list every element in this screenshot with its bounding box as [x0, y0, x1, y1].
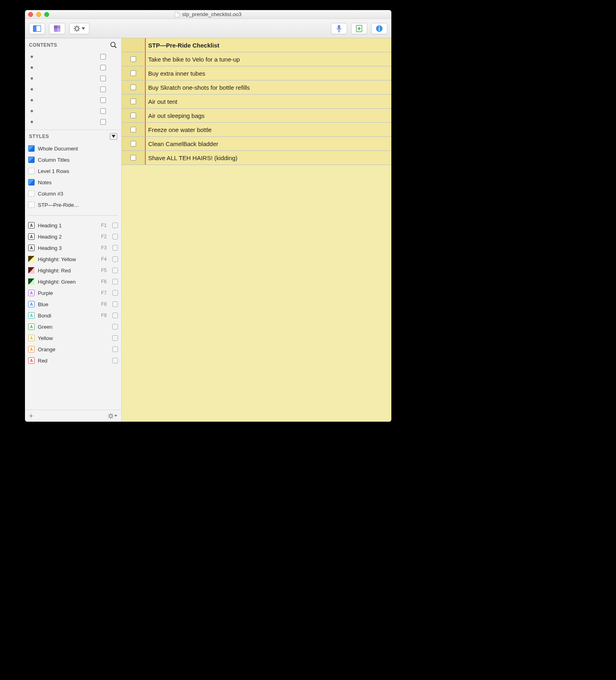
style-item[interactable]: AHeading 2F2 — [28, 231, 118, 242]
style-item[interactable]: STP—Pre-Ride… — [28, 199, 118, 210]
row-text[interactable]: Shave ALL TEH HAIRS! (kidding) — [145, 155, 238, 161]
svg-line-33 — [112, 417, 113, 418]
outline-area[interactable]: STP—Pre-Ride Checklist Take the bike to … — [122, 38, 391, 422]
style-label: Notes — [38, 179, 52, 185]
minimize-button[interactable] — [36, 12, 41, 17]
contents-item[interactable] — [29, 73, 117, 84]
contents-item[interactable] — [29, 62, 117, 73]
style-item[interactable]: Level 1 Rows — [28, 165, 118, 177]
contents-item[interactable] — [29, 84, 117, 95]
row-text[interactable]: Air out tent — [145, 98, 178, 105]
contents-item[interactable] — [29, 51, 117, 62]
text-style-icon: A — [28, 346, 35, 352]
row-text[interactable]: Air out sleeping bags — [145, 112, 205, 119]
style-toggle-checkbox[interactable] — [112, 346, 118, 352]
style-item[interactable]: Column Titles — [28, 154, 118, 165]
svg-rect-23 — [379, 28, 380, 31]
row-text[interactable]: Clean CamelBack bladder — [145, 140, 218, 147]
row-checkbox[interactable] — [130, 155, 136, 161]
style-label: Highlight: Red — [38, 268, 71, 274]
style-item[interactable]: APurpleF7 — [28, 287, 118, 299]
add-style-button[interactable]: + — [29, 412, 33, 420]
style-toggle-checkbox[interactable] — [112, 256, 118, 262]
outline-row[interactable]: Clean CamelBack bladder — [122, 137, 391, 151]
outline-row[interactable]: Shave ALL TEH HAIRS! (kidding) — [122, 151, 391, 165]
style-item[interactable]: AHeading 1F1 — [28, 220, 118, 231]
titlebar[interactable]: stp_preride_checklist.oo3 — [25, 10, 391, 19]
style-item[interactable]: AOrange. — [28, 344, 118, 355]
outline-row[interactable]: Buy extra inner tubes — [122, 66, 391, 80]
dictation-button[interactable] — [331, 23, 347, 34]
inspector-button[interactable] — [371, 23, 387, 34]
row-text[interactable]: Buy Skratch one-shots for bottle refills — [145, 84, 250, 91]
action-menu-button[interactable] — [69, 23, 89, 34]
checkbox[interactable] — [100, 97, 106, 103]
row-checkbox[interactable] — [130, 70, 136, 76]
sidebar: CONTENTS STYLES Whole DocumentColumn Tit… — [25, 38, 122, 422]
outline-row[interactable]: Buy Skratch one-shots for bottle refills — [122, 80, 391, 95]
contents-item[interactable] — [29, 105, 117, 116]
checkbox[interactable] — [100, 65, 106, 70]
style-toggle-checkbox[interactable] — [112, 245, 118, 251]
style-item[interactable]: ABondiF9 — [28, 310, 118, 321]
zoom-button[interactable] — [44, 12, 49, 17]
outline-row[interactable]: Take the bike to Velo for a tune-up — [122, 52, 391, 66]
bullet-icon — [31, 121, 33, 123]
style-item[interactable]: ARed. — [28, 355, 118, 366]
add-column-button[interactable] — [351, 23, 367, 34]
outline-row[interactable]: Freeze one water bottle — [122, 123, 391, 137]
style-toggle-checkbox[interactable] — [112, 279, 118, 284]
style-item[interactable]: AHeading 3F3 — [28, 242, 118, 253]
search-icon[interactable] — [110, 41, 117, 49]
style-label: Purple — [38, 290, 53, 296]
style-toggle-checkbox[interactable] — [112, 358, 118, 363]
style-item[interactable]: AYellow. — [28, 332, 118, 344]
contents-item[interactable] — [29, 116, 117, 127]
shortcut-label: F8 — [101, 301, 107, 307]
row-checkbox[interactable] — [130, 84, 136, 90]
outline-row[interactable]: Air out sleeping bags — [122, 109, 391, 123]
style-item[interactable]: Highlight: GreenF6 — [28, 276, 118, 287]
style-toggle-checkbox[interactable] — [112, 268, 118, 273]
style-toggle-checkbox[interactable] — [112, 290, 118, 296]
styles-collapse-button[interactable] — [110, 133, 117, 140]
row-checkbox[interactable] — [130, 113, 136, 118]
style-item[interactable]: Whole Document — [28, 143, 118, 154]
row-text[interactable]: Take the bike to Velo for a tune-up — [145, 56, 240, 63]
document-styles-button[interactable] — [49, 23, 65, 34]
toggle-sidebar-button[interactable] — [29, 23, 45, 34]
checkbox[interactable] — [100, 76, 106, 81]
checkbox[interactable] — [100, 87, 106, 92]
bullet-icon — [31, 110, 33, 112]
outline-header-row[interactable]: STP—Pre-Ride Checklist — [122, 38, 391, 52]
style-item[interactable]: AGreen. — [28, 321, 118, 332]
contents-item[interactable] — [29, 95, 117, 105]
row-checkbox[interactable] — [130, 141, 136, 146]
bullet-icon — [31, 99, 33, 101]
style-item[interactable]: Column #3 — [28, 188, 118, 199]
contents-label: CONTENTS — [29, 42, 57, 48]
row-checkbox[interactable] — [130, 56, 136, 62]
shortcut-label: F1 — [101, 223, 107, 228]
outline-row[interactable]: Air out tent — [122, 95, 391, 109]
style-toggle-checkbox[interactable] — [112, 234, 118, 239]
row-text[interactable]: Freeze one water bottle — [145, 126, 212, 133]
sidebar-gear-menu[interactable] — [108, 413, 117, 419]
window-title: stp_preride_checklist.oo3 — [25, 11, 391, 17]
style-item[interactable]: Highlight: RedF5 — [28, 265, 118, 276]
close-button[interactable] — [28, 12, 33, 17]
style-item[interactable]: ABlueF8 — [28, 299, 118, 310]
checkbox[interactable] — [100, 119, 106, 125]
style-item[interactable]: Highlight: YellowF4 — [28, 253, 118, 265]
checkbox[interactable] — [100, 108, 106, 114]
row-checkbox[interactable] — [130, 127, 136, 132]
row-checkbox[interactable] — [130, 99, 136, 104]
style-item[interactable]: Notes — [28, 177, 118, 188]
style-toggle-checkbox[interactable] — [112, 335, 118, 341]
style-toggle-checkbox[interactable] — [112, 301, 118, 307]
style-toggle-checkbox[interactable] — [112, 324, 118, 330]
style-toggle-checkbox[interactable] — [112, 223, 118, 228]
row-text[interactable]: Buy extra inner tubes — [145, 70, 205, 77]
checkbox[interactable] — [100, 54, 106, 60]
style-toggle-checkbox[interactable] — [112, 313, 118, 318]
